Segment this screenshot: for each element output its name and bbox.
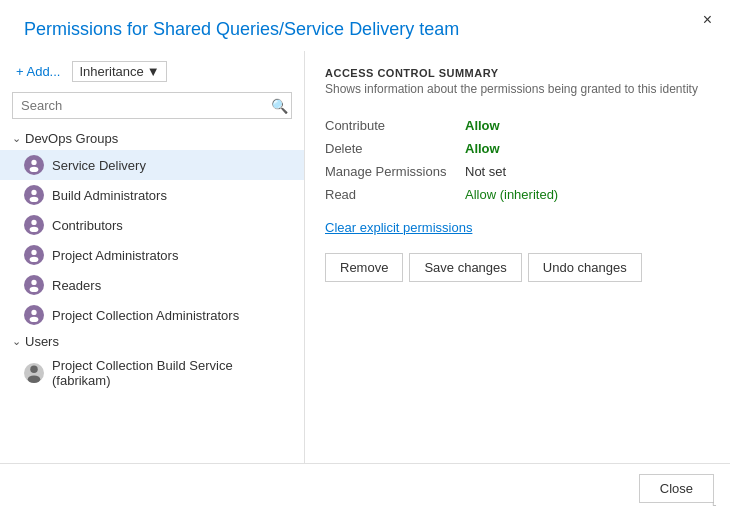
close-x-button[interactable]: × bbox=[699, 10, 716, 30]
list-item[interactable]: Build Administrators bbox=[0, 180, 304, 210]
resize-handle[interactable]: ⌞ bbox=[712, 497, 724, 509]
group-header-label: DevOps Groups bbox=[25, 131, 118, 146]
group-avatar-icon bbox=[24, 215, 44, 235]
dialog-body: + Add... Inheritance ▼ 🔍 ⌄ DevOps Groups bbox=[0, 51, 730, 463]
permission-value: Allow bbox=[465, 141, 500, 156]
svg-point-2 bbox=[31, 190, 36, 195]
list-item[interactable]: Readers bbox=[0, 270, 304, 300]
group-avatar-icon bbox=[24, 245, 44, 265]
inheritance-label: Inheritance bbox=[79, 64, 143, 79]
svg-point-5 bbox=[30, 227, 39, 232]
permission-row: Manage Permissions Not set bbox=[325, 160, 710, 183]
save-changes-button[interactable]: Save changes bbox=[409, 253, 521, 282]
item-label: Service Delivery bbox=[52, 158, 146, 173]
search-box: 🔍 bbox=[12, 92, 292, 119]
toolbar: + Add... Inheritance ▼ bbox=[0, 61, 304, 92]
item-label: Readers bbox=[52, 278, 101, 293]
list-item[interactable]: Contributors bbox=[0, 210, 304, 240]
list-item[interactable]: Service Delivery bbox=[0, 150, 304, 180]
inheritance-chevron-icon: ▼ bbox=[147, 64, 160, 79]
permission-value: Not set bbox=[465, 164, 506, 179]
dialog-title: Permissions for Shared Queries/Service D… bbox=[24, 18, 706, 41]
undo-changes-button[interactable]: Undo changes bbox=[528, 253, 642, 282]
clear-permissions-link[interactable]: Clear explicit permissions bbox=[325, 220, 710, 235]
dialog-footer: Close bbox=[0, 463, 730, 513]
group-header[interactable]: ⌄ DevOps Groups bbox=[0, 127, 304, 150]
acs-subtitle: Shows information about the permissions … bbox=[325, 82, 710, 96]
remove-button[interactable]: Remove bbox=[325, 253, 403, 282]
permissions-list: Contribute AllowDelete AllowManage Permi… bbox=[325, 114, 710, 206]
group-header[interactable]: ⌄ Users bbox=[0, 330, 304, 353]
group-avatar-icon bbox=[24, 185, 44, 205]
svg-point-1 bbox=[30, 167, 39, 172]
chevron-down-icon: ⌄ bbox=[12, 132, 21, 145]
search-icon: 🔍 bbox=[271, 98, 288, 114]
permission-value: Allow (inherited) bbox=[465, 187, 558, 202]
group-header-label: Users bbox=[25, 334, 59, 349]
permission-row: Read Allow (inherited) bbox=[325, 183, 710, 206]
svg-point-7 bbox=[30, 257, 39, 262]
svg-point-4 bbox=[31, 220, 36, 225]
svg-point-12 bbox=[30, 366, 38, 374]
permission-label: Read bbox=[325, 187, 465, 202]
list-item[interactable]: Project Collection Build Service (fabrik… bbox=[0, 353, 304, 393]
item-label: Build Administrators bbox=[52, 188, 167, 203]
svg-point-0 bbox=[31, 160, 36, 165]
user-avatar-icon bbox=[24, 363, 44, 383]
item-label: Contributors bbox=[52, 218, 123, 233]
permission-value: Allow bbox=[465, 118, 500, 133]
inheritance-button[interactable]: Inheritance ▼ bbox=[72, 61, 166, 82]
item-label: Project Collection Build Service (fabrik… bbox=[52, 358, 292, 388]
permission-row: Contribute Allow bbox=[325, 114, 710, 137]
svg-point-10 bbox=[31, 310, 36, 315]
group-avatar-icon bbox=[24, 155, 44, 175]
group-avatar-icon bbox=[24, 305, 44, 325]
permission-label: Manage Permissions bbox=[325, 164, 465, 179]
action-buttons: Remove Save changes Undo changes bbox=[325, 253, 710, 282]
list-item[interactable]: Project Collection Administrators bbox=[0, 300, 304, 330]
svg-point-3 bbox=[30, 197, 39, 202]
permission-label: Contribute bbox=[325, 118, 465, 133]
list-item[interactable]: Project Administrators bbox=[0, 240, 304, 270]
close-button[interactable]: Close bbox=[639, 474, 714, 503]
left-panel: + Add... Inheritance ▼ 🔍 ⌄ DevOps Groups bbox=[0, 51, 305, 463]
chevron-down-icon: ⌄ bbox=[12, 335, 21, 348]
svg-point-13 bbox=[28, 376, 41, 384]
item-label: Project Administrators bbox=[52, 248, 178, 263]
group-avatar-icon bbox=[24, 275, 44, 295]
acs-title: ACCESS CONTROL SUMMARY bbox=[325, 67, 710, 79]
svg-point-9 bbox=[30, 287, 39, 292]
right-panel: ACCESS CONTROL SUMMARY Shows information… bbox=[305, 51, 730, 463]
svg-point-8 bbox=[31, 280, 36, 285]
dialog-header: Permissions for Shared Queries/Service D… bbox=[0, 0, 730, 51]
svg-point-6 bbox=[31, 250, 36, 255]
group-list: ⌄ DevOps Groups Service Delivery Build A… bbox=[0, 127, 304, 463]
item-label: Project Collection Administrators bbox=[52, 308, 239, 323]
search-input[interactable] bbox=[12, 92, 292, 119]
permission-label: Delete bbox=[325, 141, 465, 156]
permissions-dialog: Permissions for Shared Queries/Service D… bbox=[0, 0, 730, 513]
search-icon-button[interactable]: 🔍 bbox=[271, 98, 288, 114]
add-button[interactable]: + Add... bbox=[12, 62, 64, 81]
svg-point-11 bbox=[30, 317, 39, 322]
permission-row: Delete Allow bbox=[325, 137, 710, 160]
